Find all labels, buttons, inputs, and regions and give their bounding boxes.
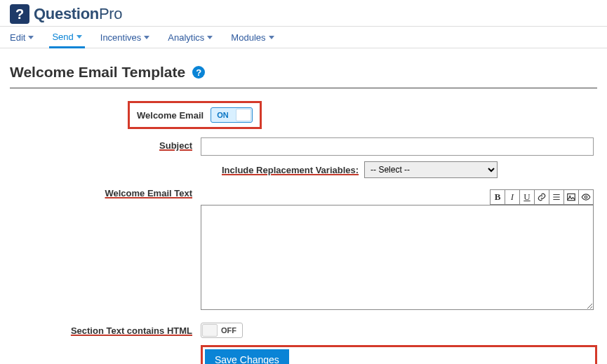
- image-icon: [566, 192, 576, 202]
- replacement-vars-select[interactable]: -- Select --: [364, 161, 498, 178]
- svg-point-2: [585, 196, 587, 198]
- chevron-down-icon: [28, 36, 34, 39]
- welcome-email-label: Welcome Email: [137, 110, 204, 121]
- help-icon[interactable]: ?: [192, 66, 205, 79]
- nav-incentives[interactable]: Incentives: [98, 27, 153, 48]
- bold-button[interactable]: B: [490, 189, 505, 205]
- title-divider: [10, 88, 597, 88]
- page-title: Welcome Email Template: [10, 64, 185, 81]
- replacement-vars-label: Include Replacement Variables:: [222, 165, 359, 175]
- editor-toolbar: B I U: [201, 189, 594, 205]
- subject-input[interactable]: [201, 137, 594, 156]
- welcome-text-editor[interactable]: [201, 205, 594, 310]
- preview-button[interactable]: [578, 189, 594, 205]
- align-icon: [552, 192, 561, 202]
- align-button[interactable]: [549, 189, 564, 205]
- chevron-down-icon: [76, 35, 82, 39]
- eye-icon: [581, 192, 591, 202]
- save-highlight: Save Changes: [201, 345, 597, 364]
- subject-label: Subject: [10, 137, 201, 151]
- toggle-off-label: OFF: [221, 326, 236, 335]
- link-button[interactable]: [534, 189, 549, 205]
- nav-send[interactable]: Send: [49, 27, 84, 48]
- chevron-down-icon: [207, 36, 213, 39]
- save-changes-button[interactable]: Save Changes: [205, 349, 289, 364]
- welcome-email-toggle[interactable]: ON: [211, 107, 253, 123]
- brand-mark-glyph: ?: [15, 7, 24, 21]
- welcome-email-highlight: Welcome Email ON: [128, 101, 262, 129]
- toggle-on-label: ON: [217, 111, 229, 119]
- main-nav: Edit Send Incentives Analytics Modules: [0, 27, 607, 48]
- brand-name: QuestionPro: [34, 5, 122, 23]
- nav-modules[interactable]: Modules: [228, 27, 276, 48]
- brand-mark: ?: [10, 4, 29, 24]
- image-button[interactable]: [563, 189, 579, 205]
- nav-edit[interactable]: Edit: [7, 27, 36, 48]
- html-toggle-label: Section Text contains HTML: [10, 325, 201, 336]
- toggle-knob: [236, 109, 251, 121]
- page-title-row: Welcome Email Template ?: [0, 48, 607, 88]
- chevron-down-icon: [144, 36, 149, 39]
- html-toggle[interactable]: OFF: [201, 323, 243, 338]
- underline-button[interactable]: U: [519, 189, 535, 205]
- welcome-email-form: Welcome Email ON Subject Include Replace…: [0, 101, 607, 364]
- nav-analytics[interactable]: Analytics: [165, 27, 215, 48]
- svg-rect-0: [568, 194, 575, 200]
- link-icon: [537, 192, 547, 202]
- welcome-text-label: Welcome Email Text: [10, 185, 201, 198]
- chevron-down-icon: [269, 36, 274, 39]
- toggle-knob: [202, 324, 218, 337]
- brand-logo[interactable]: ? QuestionPro: [10, 4, 122, 24]
- app-header: ? QuestionPro: [0, 0, 607, 27]
- italic-button[interactable]: I: [505, 189, 520, 205]
